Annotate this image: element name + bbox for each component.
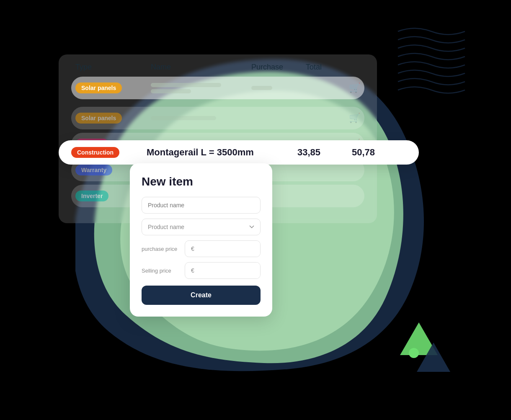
selling-price-row: Selling price € — [142, 262, 261, 279]
highlighted-product-name: Montagerail L = 3500mm — [147, 147, 297, 158]
euro-sign-purchase: € — [185, 241, 199, 257]
table-header: Type Name Purchase Total — [71, 63, 364, 77]
product-name-dropdown[interactable]: Product name — [142, 219, 261, 235]
col-total: Total — [306, 63, 360, 72]
type-badge-solar-2: Solar panels — [75, 113, 122, 124]
modal-title: New item — [142, 175, 261, 188]
selling-price-label: Selling price — [142, 268, 181, 274]
col-type: Type — [75, 63, 151, 72]
selling-price-field[interactable]: € — [185, 262, 261, 279]
table-row: Solar panels 🛒 — [71, 107, 364, 129]
deco-circle-green — [409, 348, 419, 358]
create-button[interactable]: Create — [142, 286, 261, 305]
type-badge-inverter-teal: Inverter — [75, 191, 108, 201]
type-badge-warranty: Warranty — [75, 165, 112, 175]
col-name: Name — [151, 63, 251, 72]
highlighted-row: Construction Montagerail L = 3500mm 33,8… — [59, 140, 419, 165]
cart-icon-2: 🛒 — [306, 113, 360, 124]
table-row: Solar panels 🛒 — [71, 77, 364, 99]
type-badge-construction: Construction — [71, 147, 119, 158]
wave-decoration — [394, 23, 469, 98]
highlighted-total-price: 50,78 — [352, 147, 406, 158]
purchase-price-label: purchase price — [142, 246, 181, 252]
selling-price-input[interactable] — [199, 263, 260, 278]
highlighted-purchase-price: 33,85 — [297, 147, 352, 158]
euro-sign-selling: € — [185, 263, 199, 278]
col-purchase: Purchase — [251, 63, 306, 72]
purchase-price-field[interactable]: € — [185, 240, 261, 257]
product-name-input[interactable] — [142, 197, 261, 214]
scene: Type Name Purchase Total Solar panels 🛒 … — [0, 0, 511, 420]
deco-triangle-dark — [417, 343, 450, 372]
new-item-modal: New item Product name purchase price € S… — [130, 163, 272, 317]
purchase-price-input[interactable] — [199, 241, 260, 257]
purchase-price-row: purchase price € — [142, 240, 261, 257]
type-badge-solar-1: Solar panels — [75, 82, 122, 93]
cart-icon-1: 🛒 — [306, 82, 360, 93]
